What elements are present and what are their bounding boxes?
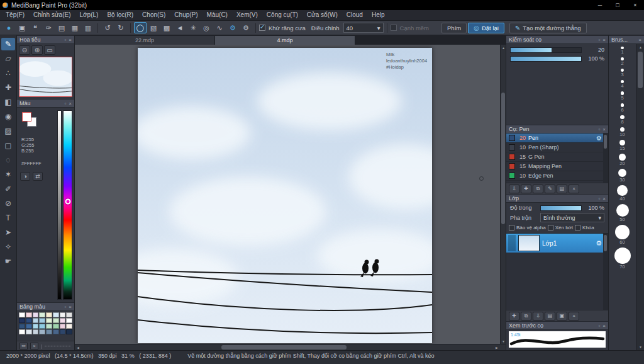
popout-icon[interactable]: ▫ [598, 37, 600, 43]
soft-edge-checkbox[interactable] [391, 25, 397, 31]
close-icon[interactable]: × [69, 101, 72, 106]
popout-icon[interactable]: ▫ [598, 196, 600, 202]
menu-file[interactable]: Tệp(F) [1, 10, 29, 20]
palette-swatch[interactable] [46, 329, 52, 334]
swap-colors-icon[interactable]: ⇄ [33, 172, 43, 181]
tool-brush-icon[interactable]: ✎ [1, 38, 15, 50]
brush-size-preset[interactable]: 2 [621, 57, 624, 65]
maximize-button[interactable]: □ [609, 0, 626, 10]
palette-swatch[interactable] [19, 329, 25, 334]
close-icon[interactable]: × [602, 323, 606, 329]
menu-snap[interactable]: Chụp(P) [170, 10, 202, 20]
zoom-reset-button[interactable]: ▭ [44, 45, 55, 55]
tool-select-icon[interactable]: ▢ [1, 139, 15, 152]
palette-swatch[interactable] [53, 318, 59, 323]
lock-checkbox[interactable] [575, 225, 580, 230]
tool-bucket-icon[interactable]: ◉ [1, 110, 15, 123]
palette-swatch[interactable] [66, 312, 72, 317]
brush-opacity-slider[interactable] [510, 56, 582, 62]
hatch-icon[interactable]: ▩ [160, 22, 173, 33]
menu-edit[interactable]: Chỉnh sửa(E) [29, 10, 75, 20]
scroll-right-icon[interactable]: ▶ [494, 344, 500, 351]
brush-item-mapping-pen[interactable]: 15 Mapping Pen [506, 162, 608, 171]
menu-cloud[interactable]: Cloud [342, 10, 367, 20]
palette-swatch[interactable] [46, 324, 52, 329]
brush-size-preset[interactable]: 50 [616, 204, 629, 222]
brush-size-preset[interactable]: 6 [621, 103, 625, 112]
app-brush-icon[interactable]: ● [3, 22, 15, 33]
brush-size-preset[interactable]: 1 [621, 47, 623, 54]
menu-color[interactable]: Màu(C) [203, 10, 232, 20]
close-icon[interactable]: × [638, 37, 641, 43]
popout-icon[interactable]: ▫ [64, 304, 66, 310]
protect-alpha-checkbox[interactable] [509, 225, 514, 230]
palette-swatch[interactable] [39, 312, 45, 317]
scroll-left-icon[interactable]: ◀ [75, 344, 81, 351]
brush-size-preset[interactable]: 15 [619, 140, 625, 151]
tab-22mdp[interactable]: 22.mdp [75, 36, 215, 45]
canvas-area[interactable]: Milk ledoanthuylinh2004 #Hoidap ▲ ▼ [75, 45, 506, 344]
canvas-vertical-scrollbar[interactable]: ▲ ▼ [500, 45, 506, 344]
palette-swatch[interactable] [60, 329, 66, 334]
popout-icon[interactable]: ▫ [598, 127, 600, 132]
brush-item-edge-pen[interactable]: 10 Edge Pen [506, 171, 608, 181]
tool-lasso-icon[interactable]: ◌ [1, 154, 15, 166]
tool-fill-icon[interactable]: ◧ [1, 96, 15, 108]
brush-list-scrollbar[interactable] [603, 134, 608, 183]
palette-swatch[interactable] [46, 312, 52, 317]
gradient-icon[interactable]: ▧ [147, 22, 160, 33]
tool-gradient-icon[interactable]: ▨ [1, 125, 15, 137]
brush-case-icon[interactable]: ✑ [42, 22, 55, 33]
foreground-color-swatch[interactable] [22, 112, 31, 122]
clipping-checkbox[interactable] [548, 225, 553, 230]
palette-swatch[interactable] [33, 318, 39, 323]
palette-swatch[interactable] [33, 312, 39, 317]
layer-visibility-toggle[interactable] [508, 235, 516, 251]
scroll-up-icon[interactable]: ▲ [501, 45, 506, 50]
menu-layer[interactable]: Lớp(L) [75, 10, 103, 20]
layer-settings-gear-icon[interactable]: ⚙ [596, 239, 602, 247]
tool-eraser-icon[interactable]: ▱ [1, 52, 15, 65]
cell-grid-icon[interactable]: ▥ [82, 22, 94, 33]
brush-size-preset[interactable]: 3 [621, 69, 624, 77]
brush-item-pen[interactable]: 20 Pen ⚙ [506, 134, 608, 143]
palette-swatch[interactable] [26, 324, 32, 329]
settings-primary-icon[interactable]: ⚙ [226, 22, 239, 33]
tool-dot-icon[interactable]: ∴ [1, 67, 15, 79]
reset-button[interactable]: ◎ Đặt lại [468, 23, 504, 33]
scroll-thumb[interactable] [604, 135, 607, 149]
new-brush-icon[interactable]: ✚ [521, 185, 531, 193]
new-layer-icon[interactable]: ✚ [509, 312, 519, 321]
antialias-checkbox[interactable] [259, 25, 265, 31]
tool-text-icon[interactable]: T [1, 212, 15, 224]
brush-settings-gear-icon[interactable]: ⚙ [596, 135, 602, 142]
duplicate-brush-icon[interactable]: ⧉ [533, 185, 543, 193]
navigator-thumbnail[interactable] [19, 57, 72, 97]
blend-mode-select[interactable]: Bình thường ▾ [540, 213, 604, 222]
palette-swatch[interactable] [33, 324, 39, 329]
snap-icon[interactable]: ✳ [187, 22, 199, 33]
brush-size-preset[interactable]: 10 [619, 127, 625, 137]
redo-icon[interactable]: ↻ [114, 22, 127, 33]
palette-swatch[interactable] [53, 312, 59, 317]
delete-brush-icon[interactable]: × [569, 185, 579, 193]
brush-size-preset[interactable]: 4 [621, 80, 624, 88]
zoom-in-button[interactable]: ⊕ [31, 45, 43, 55]
tool-operation-icon[interactable]: ➤ [1, 226, 15, 239]
settings-icon[interactable]: ⚙ [240, 22, 252, 33]
brush-size-preset[interactable]: 8 [620, 115, 625, 125]
value-bar[interactable] [57, 110, 62, 300]
angle-left-icon[interactable]: ◄ [174, 22, 186, 33]
tool-select-pen-icon[interactable]: ✐ [1, 183, 15, 195]
menu-view[interactable]: Xem(V) [232, 10, 262, 20]
scroll-thumb[interactable] [638, 52, 643, 88]
material-grid-icon[interactable]: ▦ [69, 22, 81, 33]
palette-swatch[interactable] [60, 318, 66, 323]
edit-brush-icon[interactable]: ✎ [545, 185, 555, 193]
brushes-strip-scrollbar[interactable]: ▲ ▼ [636, 44, 644, 350]
close-icon[interactable]: × [602, 37, 606, 43]
zoom-out-button[interactable]: ⊖ [19, 45, 30, 55]
merge-layer-icon[interactable]: ⇩ [533, 312, 543, 321]
palette-swatch[interactable] [46, 318, 52, 323]
color-wheel-icon[interactable]: ◑ [20, 172, 30, 181]
